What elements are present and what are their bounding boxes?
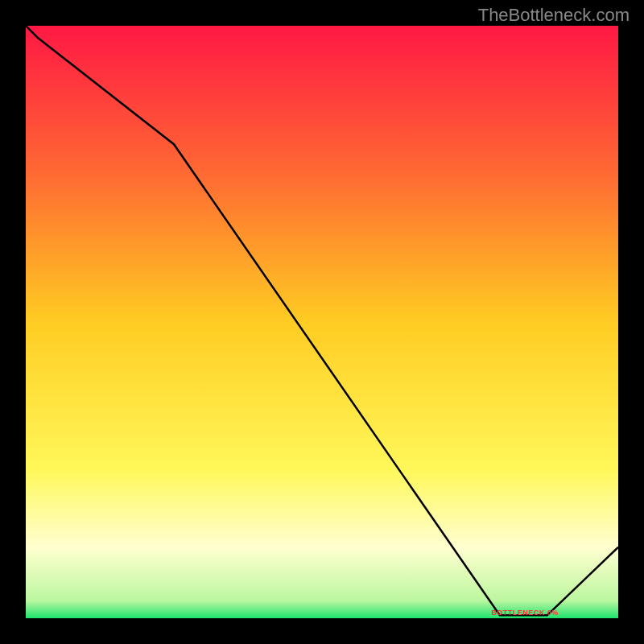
chart-line-layer xyxy=(26,26,618,618)
chart-plot-area: BOTTLENECK 0% xyxy=(26,26,618,618)
chart-annotation: BOTTLENECK 0% xyxy=(491,609,559,617)
series-line xyxy=(26,26,618,615)
watermark-text: TheBottleneck.com xyxy=(478,5,630,26)
